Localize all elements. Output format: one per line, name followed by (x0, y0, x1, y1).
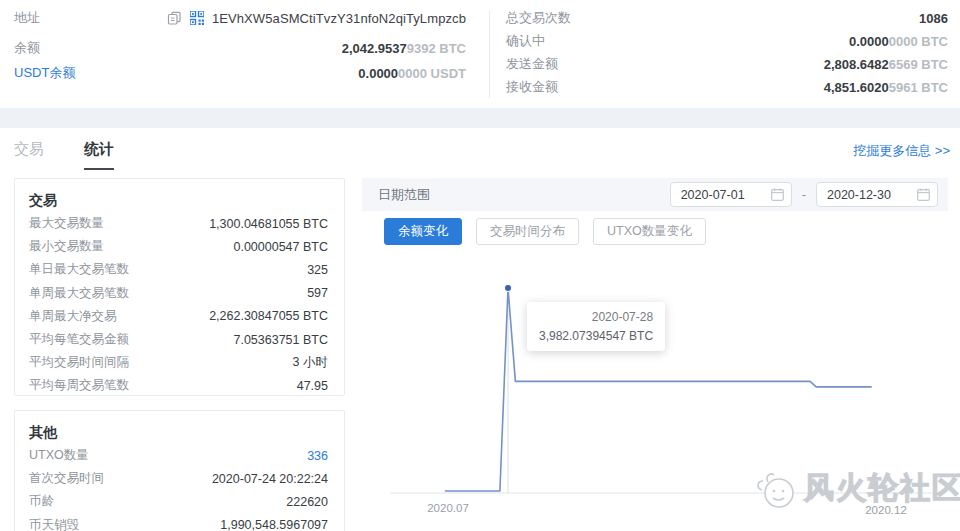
address-value: 1EVhXW5aSMCtiTvzY31nfoN2qiTyLmpzcb (212, 11, 466, 26)
peak-data-point[interactable] (504, 284, 511, 291)
tab-transactions[interactable]: 交易 (14, 140, 44, 170)
stat-value: 597 (307, 286, 328, 300)
first-tx-value: 2020-07-24 20:22:24 (212, 472, 328, 486)
date-range-bar: 日期范围 2020-07-01 - 2020-12-30 (362, 178, 948, 211)
tab-statistics[interactable]: 统计 (84, 140, 114, 170)
sent-amount-row: 发送金额 2,808.64826569 BTC (506, 54, 948, 74)
watermark-text: 风火轮社区 (804, 468, 960, 509)
address-label: 地址 (14, 9, 40, 27)
address-summary-header: 地址 1EVhXW5aSMCtiTvzY31nfoN2qiTyLmpzcb 余额… (0, 0, 960, 108)
confirming-value: 0.0000 (849, 34, 889, 49)
sent-amount-unit: BTC (918, 57, 948, 72)
stat-row: 单周最大净交易2,262.30847055 BTC (29, 305, 328, 328)
stat-label: 平均交易时间间隔 (29, 354, 129, 371)
received-amount-value: 4,851.6020 (824, 80, 889, 95)
stat-value: 7.05363751 BTC (233, 333, 328, 347)
transaction-stats-card: 交易 最大交易数量1,300.04681055 BTC 最小交易数量0.0000… (14, 178, 345, 396)
stat-row: 单日最大交易笔数325 (29, 258, 328, 281)
chart-tab-balance-change[interactable]: 余额变化 (384, 218, 462, 245)
confirming-sub: 0000 (889, 34, 918, 49)
balance-value-sub: 9392 (407, 41, 436, 56)
address-statistics-page: 地址 1EVhXW5aSMCtiTvzY31nfoN2qiTyLmpzcb 余额… (0, 0, 960, 531)
balance-label: 余额 (14, 39, 40, 57)
stat-row: 币天销毁1,990,548.5967097 (29, 514, 328, 531)
received-amount-unit: BTC (918, 80, 948, 95)
stat-row: 最大交易数量1,300.04681055 BTC (29, 212, 328, 235)
start-date-value: 2020-07-01 (681, 188, 745, 202)
sent-amount-sub: 6569 (889, 57, 918, 72)
received-amount-row: 接收金额 4,851.60205961 BTC (506, 77, 948, 97)
date-range-label: 日期范围 (378, 186, 430, 204)
copy-icon[interactable] (167, 11, 182, 26)
stat-label: 最小交易数量 (29, 238, 104, 255)
stat-label: 平均每周交易笔数 (29, 377, 129, 394)
utxo-count-link[interactable]: 336 (307, 449, 328, 463)
total-tx-value: 1086 (919, 11, 948, 26)
stat-row: 平均每笔交易金额7.05363751 BTC (29, 328, 328, 351)
stat-label: 单日最大交易笔数 (29, 261, 129, 278)
stat-row: 平均交易时间间隔3 小时 (29, 351, 328, 374)
transaction-stats-title: 交易 (29, 188, 328, 212)
stat-label: 平均每笔交易金额 (29, 331, 129, 348)
end-date-input[interactable]: 2020-12-30 (816, 182, 938, 207)
stat-label: 单周最大交易笔数 (29, 285, 129, 302)
tab-bar: 交易 统计 (14, 140, 114, 170)
balance-row: 余额 2,042.95379392 BTC (14, 38, 466, 58)
confirming-row: 确认中 0.00000000 BTC (506, 31, 948, 51)
chart-tab-tx-time-distribution[interactable]: 交易时间分布 (476, 218, 579, 245)
stat-value: 2,262.30847055 BTC (209, 309, 328, 323)
qr-code-icon[interactable] (190, 11, 204, 25)
coin-days-destroyed-value: 1,990,548.5967097 (220, 518, 328, 531)
chart-tab-utxo-change[interactable]: UTXO数量变化 (593, 218, 706, 245)
stat-row: 币龄222620 (29, 490, 328, 513)
usdt-balance-row: USDT余额 0.00000000 USDT (14, 63, 466, 83)
stat-label: 最大交易数量 (29, 215, 104, 232)
total-tx-label: 总交易次数 (506, 9, 571, 27)
stat-row: 首次交易时间2020-07-24 20:22:24 (29, 467, 328, 490)
start-date-input[interactable]: 2020-07-01 (670, 182, 792, 207)
usdt-balance-link[interactable]: USDT余额 (14, 64, 75, 82)
received-amount-sub: 5961 (889, 80, 918, 95)
stat-value: 47.95 (297, 379, 328, 393)
stat-row: 单周最大交易笔数597 (29, 282, 328, 305)
stat-value: 1,300.04681055 BTC (209, 217, 328, 231)
chart-tooltip: 2020-07-28 3,982.07394547 BTC (527, 302, 665, 351)
stat-value: 3 小时 (293, 354, 328, 371)
header-divider (489, 10, 490, 98)
utxo-count-label: UTXO数量 (29, 447, 89, 464)
first-tx-label: 首次交易时间 (29, 470, 104, 487)
balance-unit: BTC (436, 41, 466, 56)
more-info-link[interactable]: 挖掘更多信息 >> (853, 142, 950, 160)
other-stats-card: 其他 UTXO数量336 首次交易时间2020-07-24 20:22:24 币… (14, 410, 345, 531)
balance-value: 2,042.9537 (342, 41, 407, 56)
sent-amount-label: 发送金额 (506, 55, 558, 73)
usdt-balance-sub: 0000 (398, 66, 427, 81)
coin-days-destroyed-label: 币天销毁 (29, 517, 79, 531)
address-row: 地址 1EVhXW5aSMCtiTvzY31nfoN2qiTyLmpzcb (14, 8, 466, 28)
watermark: 风火轮社区 (752, 462, 960, 514)
x-tick-jul: 2020.07 (427, 502, 469, 514)
stat-value: 0.00000547 BTC (233, 240, 328, 254)
stat-row: UTXO数量336 (29, 444, 328, 467)
calendar-icon (917, 188, 930, 201)
other-stats-title: 其他 (29, 420, 328, 444)
stat-label: 单周最大净交易 (29, 308, 117, 325)
usdt-balance-value: 0.0000 (358, 66, 398, 81)
received-amount-label: 接收金额 (506, 78, 558, 96)
date-range-separator: - (802, 187, 806, 202)
stat-row: 平均每周交易笔数47.95 (29, 374, 328, 397)
community-logo-icon (752, 462, 804, 514)
coin-age-value: 222620 (286, 495, 328, 509)
sent-amount-value: 2,808.6482 (824, 57, 889, 72)
tooltip-value: 3,982.07394547 BTC (539, 329, 653, 343)
confirming-unit: BTC (918, 34, 948, 49)
main-panel: 交易 统计 挖掘更多信息 >> 交易 最大交易数量1,300.04681055 … (0, 128, 960, 531)
stat-value: 325 (307, 263, 328, 277)
tooltip-date: 2020-07-28 (539, 310, 653, 324)
confirming-label: 确认中 (506, 32, 545, 50)
end-date-value: 2020-12-30 (827, 188, 891, 202)
chart-type-tabs: 余额变化 交易时间分布 UTXO数量变化 (384, 218, 706, 245)
total-tx-row: 总交易次数 1086 (506, 8, 948, 28)
coin-age-label: 币龄 (29, 493, 54, 510)
usdt-balance-unit: USDT (427, 66, 466, 81)
